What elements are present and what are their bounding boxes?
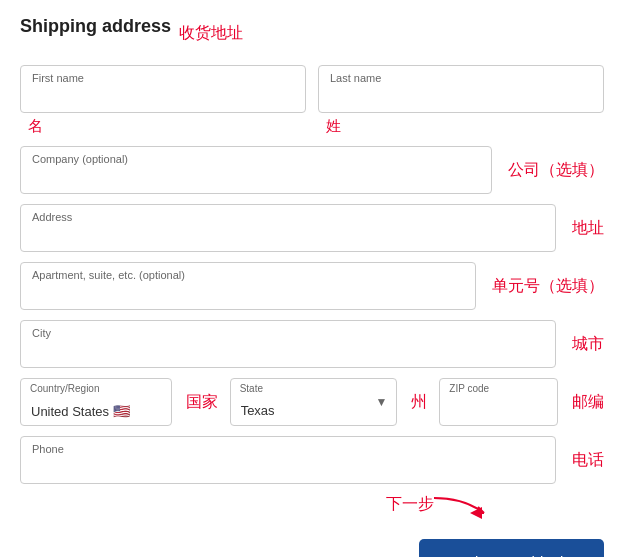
state-chinese: 州 (411, 392, 427, 413)
address-input[interactable] (20, 204, 556, 252)
city-row: City 城市 (20, 320, 604, 368)
page-title: Shipping address (20, 16, 171, 37)
apt-input[interactable] (20, 262, 476, 310)
phone-input[interactable] (20, 436, 556, 484)
state-select[interactable]: Texas California New York (230, 378, 398, 426)
company-chinese: 公司（选填） (508, 160, 604, 181)
title-row: Shipping address 收货地址 (20, 16, 604, 51)
last-name-chinese: 姓 (326, 117, 604, 136)
flag-icon: 🇺🇸 (113, 403, 130, 419)
bottom-row: < Return to cart Continue to shipping (20, 539, 604, 557)
company-group: Company (optional) 公司（选填） (20, 146, 604, 194)
first-name-input[interactable] (20, 65, 306, 113)
apt-group: Apartment, suite, etc. (optional) 单元号（选填… (20, 262, 604, 310)
country-state-zip-row: Country/Region United States 🇺🇸 国家 State… (20, 378, 604, 426)
first-name-group: First name 名 (20, 65, 306, 136)
last-name-input[interactable] (318, 65, 604, 113)
arrow-annotation-icon (434, 493, 494, 523)
annotation-row: 下一步 (20, 494, 604, 515)
phone-row: Phone 电话 (20, 436, 604, 484)
zip-input[interactable] (439, 378, 558, 426)
apt-chinese: 单元号（选填） (492, 276, 604, 297)
address-row: Address 地址 (20, 204, 604, 252)
country-value: United States (31, 404, 109, 419)
apt-row: Apartment, suite, etc. (optional) 单元号（选填… (20, 262, 604, 310)
name-row: First name 名 Last name 姓 (20, 65, 604, 136)
city-group: City 城市 (20, 320, 604, 368)
city-chinese: 城市 (572, 334, 604, 355)
state-group: State Texas California New York ▼ 州 (230, 378, 428, 426)
next-step-chinese: 下一步 (386, 494, 434, 515)
zip-chinese: 邮编 (572, 392, 604, 413)
phone-group: Phone 电话 (20, 436, 604, 484)
zip-group: ZIP code 邮编 (439, 378, 604, 426)
country-group: Country/Region United States 🇺🇸 国家 (20, 378, 218, 426)
continue-to-shipping-button[interactable]: Continue to shipping (419, 539, 604, 557)
phone-chinese: 电话 (572, 450, 604, 471)
last-name-group: Last name 姓 (318, 65, 604, 136)
first-name-chinese: 名 (28, 117, 306, 136)
city-input[interactable] (20, 320, 556, 368)
address-group: Address 地址 (20, 204, 604, 252)
country-chinese: 国家 (186, 392, 218, 413)
company-input[interactable] (20, 146, 492, 194)
company-row: Company (optional) 公司（选填） (20, 146, 604, 194)
address-chinese: 地址 (572, 218, 604, 239)
title-chinese: 收货地址 (179, 23, 243, 44)
